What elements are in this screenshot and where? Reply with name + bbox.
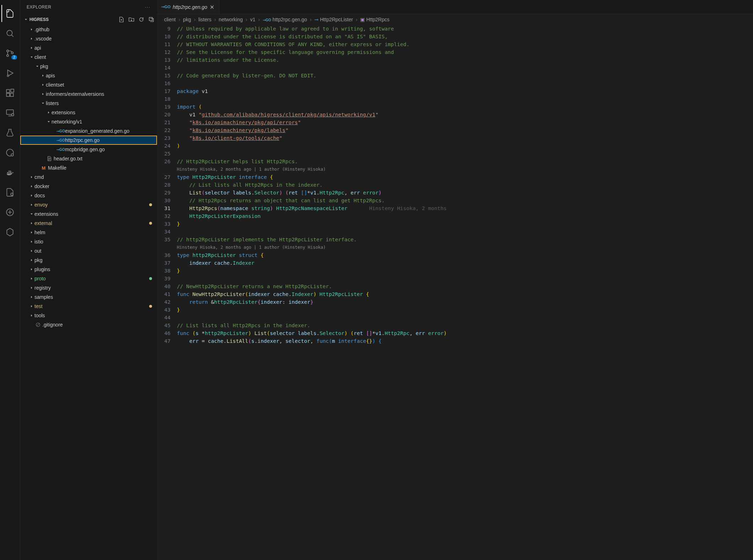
code-line-36[interactable]: type http2RpcLister struct {: [177, 251, 753, 259]
code-line-43[interactable]: }: [177, 306, 753, 314]
code-line-11[interactable]: // WITHOUT WARRANTIES OR CONDITIONS OF A…: [177, 40, 753, 48]
breadcrumb[interactable]: client›pkg›listers›networking›v1›⊸GO htt…: [157, 14, 753, 25]
code-line-42[interactable]: return &http2RpcLister{indexer: indexer}: [177, 298, 753, 306]
tree-item-clientset[interactable]: clientset: [20, 80, 157, 89]
codelens[interactable]: Hinsteny Hisoka, 2 months ago | 1 author…: [177, 165, 753, 173]
breadcrumb-segment[interactable]: ⊸GO http2rpc.gen.go: [263, 17, 307, 22]
code-line-18[interactable]: [177, 95, 753, 103]
breadcrumb-segment[interactable]: networking: [219, 17, 243, 22]
tree-item-registry[interactable]: registry: [20, 283, 157, 292]
code-line-13[interactable]: // limitations under the License.: [177, 56, 753, 64]
tree-item-client[interactable]: client: [20, 53, 157, 62]
hex-icon[interactable]: [1, 224, 18, 241]
tree-item-pkg[interactable]: pkg: [20, 62, 157, 71]
code-line-14[interactable]: [177, 64, 753, 72]
tree-item-expansion-generated-gen-go[interactable]: ⊸GOexpansion_generated.gen.go: [20, 126, 157, 136]
code-line-33[interactable]: }: [177, 220, 753, 228]
project-header[interactable]: HIGRESS: [20, 14, 157, 25]
tree-item-external[interactable]: external: [20, 219, 157, 228]
tree-item--vscode[interactable]: .vscode: [20, 34, 157, 43]
breadcrumb-segment[interactable]: pkg: [183, 17, 191, 22]
code-line-10[interactable]: // distributed under the License is dist…: [177, 33, 753, 40]
tree-item-samples[interactable]: samples: [20, 292, 157, 302]
code-line-25[interactable]: [177, 150, 753, 158]
extensions-icon[interactable]: [1, 84, 18, 101]
tree-item-helm[interactable]: helm: [20, 228, 157, 237]
code-line-40[interactable]: // NewHttp2RpcLister returns a new Http2…: [177, 282, 753, 290]
code-line-27[interactable]: type Http2RpcLister interface {: [177, 173, 753, 181]
code-line-22[interactable]: "k8s.io/apimachinery/pkg/labels": [177, 126, 753, 134]
makefile-icon[interactable]: [1, 144, 18, 161]
tree-item-pkg[interactable]: pkg: [20, 256, 157, 265]
tree-item-networking[interactable]: networking / v1: [20, 117, 157, 126]
code-line-29[interactable]: List(selector labels.Selector) (ret []*v…: [177, 189, 753, 197]
tree-item-proto[interactable]: proto: [20, 274, 157, 283]
tree-item-extensions[interactable]: extensions: [20, 209, 157, 219]
tree-item-docs[interactable]: docs: [20, 191, 157, 200]
code-line-31[interactable]: Http2Rpcs(namespace string) Http2RpcName…: [177, 204, 753, 212]
code-line-38[interactable]: }: [177, 267, 753, 275]
tree-item-tools[interactable]: tools: [20, 311, 157, 320]
code-line-23[interactable]: "k8s.io/client-go/tools/cache": [177, 134, 753, 142]
breadcrumb-segment[interactable]: ▣ Http2Rpcs: [360, 17, 389, 22]
search-icon[interactable]: [1, 25, 18, 42]
breadcrumb-segment[interactable]: v1: [250, 17, 255, 22]
tree-item--github[interactable]: .github: [20, 25, 157, 34]
tab-http2rpc[interactable]: ⊸GO http2rpc.gen.go: [157, 0, 220, 14]
test-icon[interactable]: [1, 124, 18, 141]
debug-icon[interactable]: [1, 65, 18, 82]
tree-item-out[interactable]: out: [20, 246, 157, 256]
breadcrumb-segment[interactable]: client: [164, 17, 176, 22]
tree-item-informers[interactable]: informers / externalversions: [20, 89, 157, 99]
tree-item-extensions[interactable]: extensions: [20, 108, 157, 117]
tree-item-http2rpc-gen-go[interactable]: ⊸GOhttp2rpc.gen.go: [20, 136, 157, 145]
code-line-30[interactable]: // Http2Rpcs returns an object that can …: [177, 197, 753, 204]
tree-item-test[interactable]: test: [20, 302, 157, 311]
code-line-28[interactable]: // List lists all Http2Rpcs in the index…: [177, 181, 753, 189]
tree-item-api[interactable]: api: [20, 43, 157, 53]
file-tree[interactable]: .github.vscodeapiclientpkgapisclientseti…: [20, 25, 157, 560]
tree-item-header-go-txt[interactable]: header.go.txt: [20, 154, 157, 163]
code-line-9[interactable]: // Unless required by applicable law or …: [177, 25, 753, 33]
code-line-19[interactable]: import (: [177, 103, 753, 111]
code-line-12[interactable]: // See the License for the specific lang…: [177, 48, 753, 56]
new-file-icon[interactable]: [119, 17, 124, 22]
project-icon[interactable]: [1, 204, 18, 221]
breadcrumb-segment[interactable]: listers: [199, 17, 212, 22]
code-line-39[interactable]: [177, 275, 753, 282]
tree-item-istio[interactable]: istio: [20, 237, 157, 246]
code-content[interactable]: // Unless required by applicable law or …: [177, 25, 753, 560]
tree-item-listers[interactable]: listers: [20, 99, 157, 108]
codelens[interactable]: Hinsteny Hisoka, 2 months ago | 1 author…: [177, 243, 753, 251]
tree-item--gitignore[interactable]: .gitignore: [20, 320, 157, 329]
code-line-47[interactable]: err = cache.ListAll(s.indexer, selector,…: [177, 337, 753, 345]
code-line-32[interactable]: Http2RpcListerExpansion: [177, 212, 753, 220]
docker-icon[interactable]: [1, 164, 18, 181]
breadcrumb-segment[interactable]: ⊸ Http2RpcLister: [314, 17, 353, 22]
code-line-17[interactable]: package v1: [177, 87, 753, 95]
code-line-37[interactable]: indexer cache.Indexer: [177, 259, 753, 267]
code-line-15[interactable]: // Code generated by lister-gen. DO NOT …: [177, 72, 753, 79]
code-line-16[interactable]: [177, 79, 753, 87]
code-line-26[interactable]: // Http2RpcLister helps list Http2Rpcs.: [177, 158, 753, 165]
tree-item-Makefile[interactable]: MMakefile: [20, 163, 157, 172]
code-line-24[interactable]: ): [177, 142, 753, 150]
code-line-41[interactable]: func NewHttp2RpcLister(indexer cache.Ind…: [177, 290, 753, 298]
code-line-20[interactable]: v1 "github.com/alibaba/higress/client/pk…: [177, 111, 753, 119]
sidebar-more-icon[interactable]: ···: [145, 5, 151, 10]
explorer-icon[interactable]: [1, 5, 18, 22]
tree-item-docker[interactable]: docker: [20, 182, 157, 191]
code-line-21[interactable]: "k8s.io/apimachinery/pkg/api/errors": [177, 119, 753, 126]
collapse-icon[interactable]: [148, 17, 154, 22]
remote-icon[interactable]: [1, 104, 18, 121]
code-line-44[interactable]: [177, 314, 753, 322]
code-line-46[interactable]: func (s *http2RpcLister) List(selector l…: [177, 329, 753, 337]
new-folder-icon[interactable]: [129, 17, 134, 22]
settings-file-icon[interactable]: [1, 184, 18, 201]
source-control-icon[interactable]: 2: [1, 45, 18, 62]
tree-item-apis[interactable]: apis: [20, 71, 157, 80]
code-line-35[interactable]: // http2RpcLister implements the Http2Rp…: [177, 236, 753, 243]
tree-item-cmd[interactable]: cmd: [20, 172, 157, 182]
editor[interactable]: 9101112131415161718192021222324252627282…: [157, 25, 753, 560]
refresh-icon[interactable]: [139, 17, 144, 22]
